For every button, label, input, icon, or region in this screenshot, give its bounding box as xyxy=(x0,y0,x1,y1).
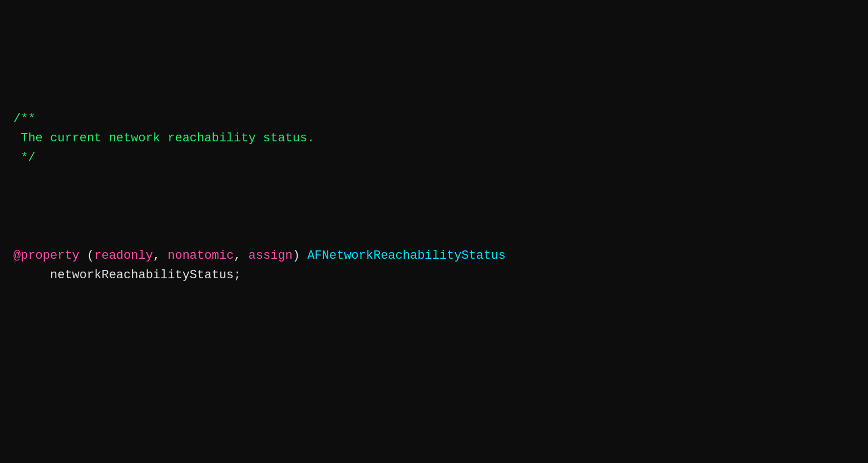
comment-line: /** xyxy=(13,112,36,126)
comment-block-2: /** Whether or not the network is curren… xyxy=(13,457,855,463)
property-name: networkReachabilityStatus; xyxy=(13,268,241,282)
code-editor: /** The current network reachability sta… xyxy=(0,0,868,463)
at-property-keyword: @property xyxy=(13,249,80,263)
plain-text: ) xyxy=(293,249,307,263)
code-content: /** The current network reachability sta… xyxy=(13,11,855,463)
comment-line: */ xyxy=(13,151,36,165)
plain-text: , xyxy=(153,249,167,263)
nonatomic-keyword: nonatomic xyxy=(167,249,234,263)
type-identifier: AFNetworkReachabilityStatus xyxy=(307,249,505,263)
readonly-keyword: readonly xyxy=(94,249,153,263)
plain-text: ( xyxy=(80,249,94,263)
property-block-1: @property (readonly, nonatomic, assign) … xyxy=(13,226,855,305)
comment-line: The current network reachability status. xyxy=(13,131,314,145)
comment-block-1: /** The current network reachability sta… xyxy=(13,90,855,188)
separator-1 xyxy=(13,363,855,379)
plain-text: , xyxy=(234,249,248,263)
assign-keyword: assign xyxy=(249,249,293,263)
